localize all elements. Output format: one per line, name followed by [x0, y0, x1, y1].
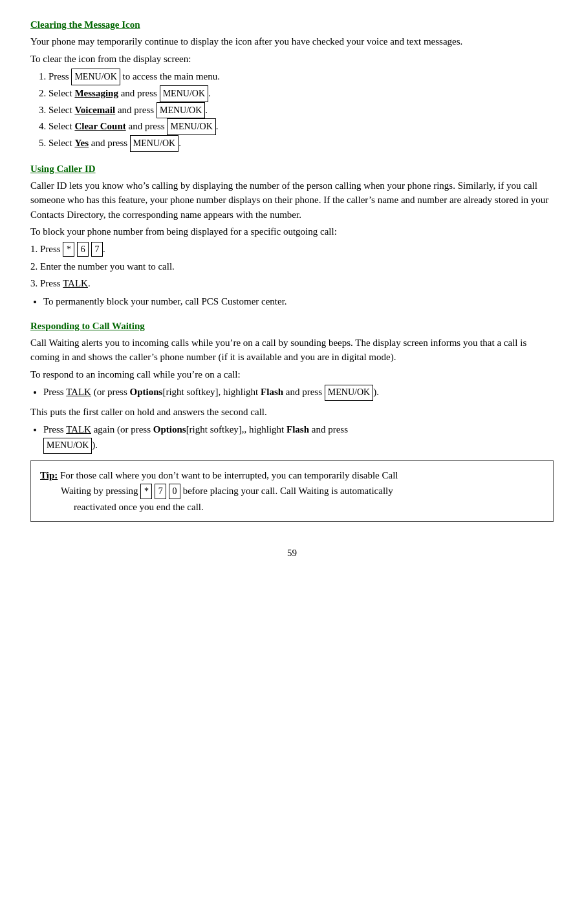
tip-prefix: Tip:	[40, 470, 58, 480]
b1-before: Press	[43, 387, 66, 397]
step4-mid: and press	[126, 121, 168, 131]
step3-bold: Voicemail	[74, 105, 115, 115]
step1-before: Press	[49, 71, 71, 81]
section3-hold-note: This puts the first caller on hold and a…	[30, 405, 554, 420]
step2-before: Select	[49, 88, 74, 98]
tip-key-7: 7	[155, 484, 166, 499]
b1-key1: TALK	[66, 387, 91, 397]
b2-bold2: Flash	[287, 424, 309, 435]
b1-key2: MENU/OK	[325, 385, 373, 400]
tip-text1: For those call where you don’t want to b…	[58, 470, 398, 480]
step3-after: .	[205, 105, 208, 115]
step3-key: MENU/OK	[157, 102, 205, 119]
key-6: 6	[77, 242, 89, 257]
b2-bold1: Options	[153, 424, 186, 435]
key-7: 7	[91, 242, 103, 257]
step1-after: to access the main menu.	[120, 71, 220, 81]
b2-key1: TALK	[66, 424, 91, 435]
section2-line2: 2. Enter the number you want to call.	[30, 259, 554, 274]
tip-box: Tip: For those call where you don’t want…	[30, 460, 554, 522]
section-call-waiting: Responding to Call Waiting Call Waiting …	[30, 321, 554, 522]
step1-key: MENU/OK	[71, 69, 120, 85]
section3-title: Responding to Call Waiting	[30, 321, 554, 332]
section2-press-line: 1. Press * 6 7.	[30, 242, 554, 257]
step3-mid: and press	[115, 105, 157, 115]
step5-after: .	[178, 138, 181, 148]
b2-key2: MENU/OK	[43, 438, 92, 453]
step3: Select Voicemail and press MENU/OK.	[49, 102, 554, 119]
step4-before: Select	[49, 121, 74, 131]
step1: Press MENU/OK to access the main menu.	[49, 69, 554, 85]
section2-title: Using Caller ID	[30, 164, 554, 175]
tip-text2-before: Waiting by pressing	[61, 486, 140, 496]
line3-after: .	[88, 278, 91, 288]
step5-key: MENU/OK	[130, 135, 178, 152]
step3-before: Select	[49, 105, 74, 115]
section1-para1: Your phone may temporarily continue to d…	[30, 34, 554, 49]
section3-bullet2: Press TALK again (or press Options[right…	[43, 422, 554, 453]
press-end: .	[103, 244, 105, 254]
section1-steps: Press MENU/OK to access the main menu. S…	[49, 69, 554, 152]
b1-mid1: (or press	[91, 387, 130, 397]
section3-para2: To respond to an incoming call while you…	[30, 367, 554, 382]
section-caller-id: Using Caller ID Caller ID lets you know …	[30, 164, 554, 309]
section2-bullets: To permanently block your number, call P…	[43, 294, 554, 309]
line3-key: TALK	[63, 278, 88, 288]
tip-key-star: *	[140, 484, 152, 499]
tip-line2: Waiting by pressing * 7 0 before placing…	[61, 483, 393, 499]
section-clearing-message-icon: Clearing the Message Icon Your phone may…	[30, 19, 554, 152]
step2-key: MENU/OK	[160, 85, 208, 102]
step5-bold: Yes	[74, 138, 89, 148]
step4-key: MENU/OK	[167, 118, 215, 135]
step4-bold: Clear Count	[74, 121, 125, 131]
section2-bullet1: To permanently block your number, call P…	[43, 294, 554, 309]
b1-mid3: and press	[283, 387, 325, 397]
b1-bold1: Options	[130, 387, 163, 397]
section3-bullet1: Press TALK (or press Options[right softk…	[43, 384, 554, 400]
step2: Select Messaging and press MENU/OK.	[49, 85, 554, 102]
b1-bold2: Flash	[261, 387, 283, 397]
tip-key-0: 0	[169, 484, 180, 499]
b1-after: ).	[373, 387, 379, 397]
b2-after: ).	[92, 440, 98, 450]
b2-mid3: and press	[309, 424, 348, 435]
section1-title: Clearing the Message Icon	[30, 19, 554, 30]
b1-mid2: [right softkey], highlight	[162, 387, 261, 397]
step5-before: Select	[49, 138, 74, 148]
step4: Select Clear Count and press MENU/OK.	[49, 118, 554, 135]
press-label: 1. Press	[30, 244, 63, 254]
step2-mid: and press	[118, 88, 160, 98]
b2-mid2: [right softkey],, highlight	[186, 424, 287, 435]
step5: Select Yes and press MENU/OK.	[49, 135, 554, 152]
line3-before: 3. Press	[30, 278, 63, 288]
b2-mid1: again (or press	[91, 424, 153, 435]
section3-bullets: Press TALK (or press Options[right softk…	[43, 384, 554, 400]
step2-after: .	[208, 88, 211, 98]
tip-text2-after: before placing your call. Call Waiting i…	[180, 486, 393, 496]
tip-line3: reactivated once you end the call.	[74, 499, 204, 515]
step5-mid: and press	[89, 138, 130, 148]
key-star: *	[63, 242, 74, 257]
section3-bullet2-list: Press TALK again (or press Options[right…	[43, 422, 554, 453]
step2-bold: Messaging	[74, 88, 118, 98]
section2-para1: Caller ID lets you know who’s calling by…	[30, 178, 554, 222]
page-number: 59	[30, 548, 554, 559]
step4-after: .	[216, 121, 219, 131]
section2-line3: 3. Press TALK.	[30, 276, 554, 291]
section3-para1: Call Waiting alerts you to incoming call…	[30, 336, 554, 365]
section1-para2: To clear the icon from the display scree…	[30, 52, 554, 67]
section2-para2: To block your phone number from being di…	[30, 224, 554, 239]
b2-before: Press	[43, 424, 66, 435]
